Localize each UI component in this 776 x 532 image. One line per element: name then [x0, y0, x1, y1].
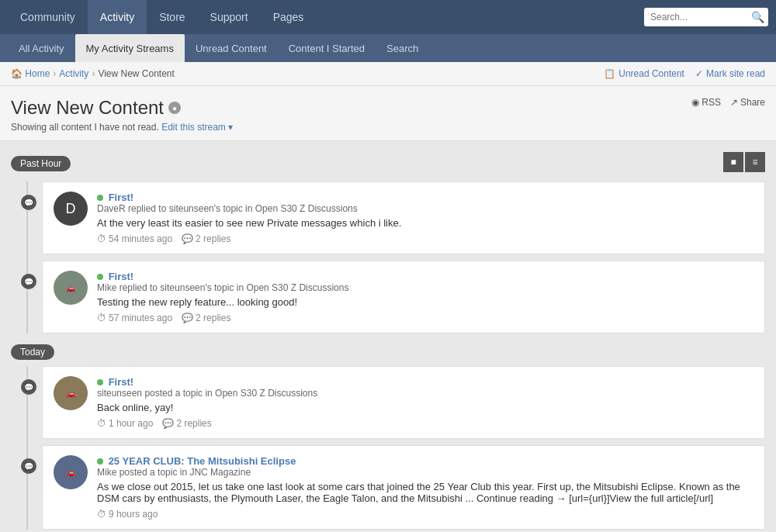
breadcrumb-sep-2: ›: [92, 68, 95, 79]
clock-icon: ⏱: [97, 313, 106, 323]
chat-bubble-icon: 💬: [24, 278, 33, 286]
page-header: View New Content ● Showing all content I…: [0, 86, 776, 141]
section-today-header: Today: [11, 344, 765, 360]
online-indicator: [97, 379, 103, 385]
activity-footer: ⏱ 9 hours ago: [97, 509, 753, 520]
edit-stream-link[interactable]: Edit this stream ▾: [161, 122, 233, 133]
time-stamp: ⏱ 54 minutes ago: [97, 233, 172, 244]
activity-content: First! DaveR replied to siteunseen's top…: [97, 192, 753, 244]
page-subtitle: Showing all content I have not read. Edi…: [11, 122, 233, 133]
clock-icon: ⏱: [97, 509, 106, 520]
activity-text: At the very least its easier to see new …: [97, 217, 753, 229]
check-icon: ✓: [695, 68, 703, 79]
chat-bubble-icon: 💬: [24, 462, 33, 471]
page-actions: ◉ RSS ↗ Share: [691, 97, 765, 108]
page-title: View New Content ●: [11, 97, 233, 119]
activity-item: 💬 🚗 First! siteunseen posted a topic in …: [42, 366, 765, 439]
unread-icon: 📋: [604, 68, 615, 79]
view-controls: ■ ≡: [723, 152, 765, 172]
subnav-search[interactable]: Search: [376, 34, 429, 62]
online-indicator: [97, 195, 103, 201]
time-stamp: ⏱ 1 hour ago: [97, 418, 153, 429]
time-stamp: ⏱ 9 hours ago: [97, 509, 158, 520]
replies-icon: 💬: [182, 313, 193, 323]
breadcrumb-current: View New Content: [98, 68, 175, 79]
activity-footer: ⏱ 57 minutes ago 💬 2 replies: [97, 313, 753, 323]
activity-footer: ⏱ 1 hour ago 💬 2 replies: [97, 418, 753, 429]
chat-bubble-icon: 💬: [24, 199, 33, 207]
activity-text: Testing the new reply feature... looking…: [97, 296, 753, 308]
time-stamp: ⏱ 57 minutes ago: [97, 313, 172, 323]
activity-item: 💬 D First! DaveR replied to siteunseen's…: [42, 181, 765, 254]
avatar[interactable]: 🚗: [54, 376, 88, 410]
share-btn[interactable]: ↗ Share: [730, 97, 765, 108]
nav-support[interactable]: Support: [198, 0, 261, 34]
breadcrumb-actions: 📋 Unread Content ✓ Mark site read: [604, 68, 765, 79]
replies-count: 💬 2 replies: [182, 233, 230, 244]
search-box[interactable]: 🔍: [644, 8, 768, 26]
mark-site-read-btn[interactable]: ✓ Mark site read: [695, 68, 765, 79]
activity-item: 💬 🚗 25 YEAR CLUB: The Mitsubishi Eclipse…: [42, 445, 765, 530]
sub-navigation: All Activity My Activity Streams Unread …: [0, 34, 776, 62]
avatar[interactable]: D: [54, 192, 88, 226]
rss-icon: ◉: [691, 97, 699, 108]
nav-activity[interactable]: Activity: [88, 0, 147, 34]
online-indicator: [97, 274, 103, 280]
search-icon[interactable]: 🔍: [751, 11, 764, 23]
verified-icon: ●: [168, 102, 181, 114]
list-view-btn[interactable]: ≡: [745, 152, 765, 172]
timeline-dot: 💬: [21, 379, 36, 395]
section-past-hour-header: Past Hour ■ ≡: [11, 152, 765, 175]
today-label: Today: [11, 344, 54, 360]
activity-meta: siteunseen posted a topic in Open S30 Z …: [97, 388, 753, 399]
top-navigation: Community Activity Store Support Pages 🔍: [0, 0, 776, 34]
chat-bubble-icon: 💬: [24, 383, 33, 392]
breadcrumb-sep-1: ›: [53, 68, 56, 79]
subnav-all-activity[interactable]: All Activity: [8, 34, 75, 62]
activity-title[interactable]: First!: [97, 192, 753, 203]
breadcrumb-bar: 🏠 Home › Activity › View New Content 📋 U…: [0, 62, 776, 86]
subnav-content-started[interactable]: Content I Started: [278, 34, 376, 62]
activity-title[interactable]: First!: [97, 271, 753, 282]
activity-title[interactable]: First!: [97, 376, 753, 388]
activity-footer: ⏱ 54 minutes ago 💬 2 replies: [97, 233, 753, 244]
avatar[interactable]: 🚗: [54, 455, 88, 489]
content-area: Past Hour ■ ≡ 💬 D First! DaveR replied t…: [0, 141, 776, 532]
timeline-dot: 💬: [21, 274, 36, 289]
unread-content-btn[interactable]: 📋 Unread Content: [604, 68, 684, 79]
subnav-my-streams[interactable]: My Activity Streams: [75, 34, 185, 62]
today-timeline: 💬 🚗 First! siteunseen posted a topic in …: [11, 366, 765, 530]
grid-view-btn[interactable]: ■: [723, 152, 743, 172]
search-input[interactable]: [650, 12, 751, 22]
breadcrumb-home[interactable]: 🏠 Home: [11, 68, 50, 79]
replies-count: 💬 2 replies: [162, 418, 211, 429]
timeline-dot: 💬: [21, 195, 36, 210]
timeline-dot: 💬: [21, 458, 36, 474]
dropdown-icon: ▾: [228, 122, 233, 133]
activity-meta: Mike replied to siteunseen's topic in Op…: [97, 282, 753, 293]
breadcrumb-activity[interactable]: Activity: [59, 68, 88, 79]
activity-meta: Mike posted a topic in JNC Magazine: [97, 467, 753, 478]
activity-meta: DaveR replied to siteunseen's topic in O…: [97, 203, 753, 214]
online-indicator: [97, 458, 103, 465]
activity-text: As we close out 2015, let us take one la…: [97, 481, 753, 504]
replies-count: 💬 2 replies: [182, 313, 230, 323]
home-icon: 🏠: [11, 68, 23, 79]
activity-title[interactable]: 25 YEAR CLUB: The Mitsubishi Eclipse: [97, 455, 753, 467]
nav-store[interactable]: Store: [147, 0, 197, 34]
rss-btn[interactable]: ◉ RSS: [691, 97, 721, 108]
replies-icon: 💬: [182, 233, 193, 244]
share-icon: ↗: [730, 97, 738, 108]
activity-content: 25 YEAR CLUB: The Mitsubishi Eclipse Mik…: [97, 455, 753, 520]
past-hour-label: Past Hour: [11, 156, 71, 171]
replies-icon: 💬: [162, 418, 174, 429]
breadcrumb: 🏠 Home › Activity › View New Content: [11, 68, 175, 79]
nav-pages[interactable]: Pages: [261, 0, 317, 34]
avatar[interactable]: 🚗: [54, 271, 88, 305]
subnav-unread[interactable]: Unread Content: [185, 34, 278, 62]
nav-items: Community Activity Store Support Pages: [8, 0, 644, 34]
clock-icon: ⏱: [97, 233, 106, 244]
activity-content: First! Mike replied to siteunseen's topi…: [97, 271, 753, 323]
nav-community[interactable]: Community: [8, 0, 88, 34]
activity-item: 💬 🚗 First! Mike replied to siteunseen's …: [42, 261, 765, 333]
